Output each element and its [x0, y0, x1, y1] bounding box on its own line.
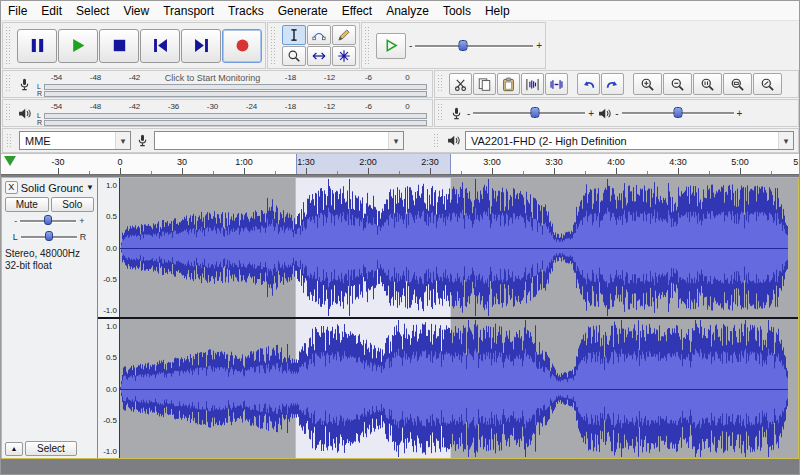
zoom-toggle-button[interactable] — [753, 73, 782, 95]
toolbar-grip[interactable] — [438, 104, 443, 122]
mute-button[interactable]: Mute — [5, 197, 49, 212]
undo-button[interactable] — [577, 73, 600, 95]
paste-button[interactable] — [497, 73, 520, 95]
draw-tool-button[interactable] — [332, 25, 356, 45]
menu-analyze[interactable]: Analyze — [379, 1, 436, 20]
pan-right-label: R — [80, 232, 87, 242]
redo-button[interactable] — [601, 73, 624, 95]
track-name[interactable]: Solid Ground — [21, 182, 83, 194]
vertical-ruler-right[interactable]: 1.00.50.0-0.5-1.0 — [98, 319, 120, 458]
close-track-button[interactable]: X — [5, 181, 18, 194]
collapse-track-button[interactable]: ▲ — [5, 442, 23, 456]
menu-transport[interactable]: Transport — [156, 1, 221, 20]
playback-volume-slider[interactable] — [622, 106, 734, 120]
menu-file[interactable]: File — [1, 1, 34, 20]
select-button[interactable]: Select — [25, 441, 77, 456]
chevron-down-icon: ▾ — [115, 132, 130, 149]
cut-button[interactable] — [449, 73, 472, 95]
zoom-out-icon — [670, 77, 685, 92]
gain-slider-row: - + — [5, 214, 94, 228]
record-button[interactable] — [222, 29, 262, 63]
playback-meter-toolbar[interactable]: -54-48-42-36-30-24-18-12-60 LR — [2, 99, 433, 127]
zoom-to-selection-button[interactable] — [693, 73, 722, 95]
menu-tracks[interactable]: Tracks — [221, 1, 271, 20]
channel-right: 1.00.50.0-0.5-1.0 — [98, 319, 798, 458]
toolbar-grip[interactable] — [6, 104, 11, 122]
menu-help[interactable]: Help — [478, 1, 517, 20]
microphone-icon — [135, 133, 150, 148]
meter-channel-label: R — [37, 91, 42, 97]
slider-thumb[interactable] — [45, 231, 53, 241]
silence-audio-button[interactable] — [545, 73, 568, 95]
envelope-tool-button[interactable] — [307, 25, 331, 45]
toolbar-grip[interactable] — [365, 27, 370, 64]
skip-to-start-button[interactable] — [140, 29, 180, 63]
track-area[interactable]: X Solid Ground ▼ Mute Solo - + — [1, 175, 799, 474]
transport-toolbar — [2, 22, 266, 69]
zoom-in-button[interactable] — [633, 73, 662, 95]
slider-thumb[interactable] — [44, 215, 52, 225]
waveform-left[interactable] — [120, 178, 798, 317]
playback-device-combo[interactable]: VA2201-FHD (2- High Definition ▾ — [465, 131, 794, 150]
waveform-right[interactable] — [120, 319, 798, 458]
trim-audio-button[interactable] — [521, 73, 544, 95]
recording-volume-slider[interactable] — [473, 106, 585, 120]
menu-tools[interactable]: Tools — [436, 1, 478, 20]
copy-button[interactable] — [473, 73, 496, 95]
toolbar-grip[interactable] — [6, 75, 11, 93]
vertical-ruler-left[interactable]: 1.00.50.0-0.5-1.0 — [98, 178, 120, 317]
skip-end-icon — [192, 36, 211, 55]
slider-min-label: - — [467, 108, 470, 119]
toolbar-grip[interactable] — [271, 27, 276, 64]
pause-button[interactable] — [17, 29, 57, 63]
ruler-tick-minor — [461, 171, 462, 174]
audio-host-combo[interactable]: MME ▾ — [19, 131, 131, 150]
track-bitdepth-info: 32-bit float — [5, 260, 94, 272]
gain-max-label: + — [79, 216, 84, 226]
pan-slider[interactable] — [21, 231, 77, 243]
timeline-ruler[interactable]: -300301:001:302:002:303:003:304:004:305:… — [1, 153, 799, 175]
stop-button[interactable] — [99, 29, 139, 63]
ruler-label: 5:00 — [731, 157, 749, 167]
time-shift-tool-button[interactable] — [307, 46, 331, 66]
zoom-tool-button[interactable] — [282, 46, 306, 66]
slider-thumb[interactable] — [530, 107, 539, 118]
menu-view[interactable]: View — [116, 1, 156, 20]
timeshift-icon — [312, 49, 326, 63]
recording-device-combo[interactable]: ▾ — [154, 131, 404, 150]
recording-meter-toolbar[interactable]: -54-48-42Click to Start Monitoring-18-12… — [2, 70, 433, 98]
play-button[interactable] — [58, 29, 98, 63]
slider-thumb[interactable] — [673, 107, 682, 118]
toolbar-grip[interactable] — [434, 134, 439, 147]
slider-thumb[interactable] — [458, 40, 467, 51]
gain-slider[interactable] — [20, 215, 76, 227]
ruler-tick-minor — [585, 171, 586, 174]
menu-generate[interactable]: Generate — [271, 1, 335, 20]
play-at-speed-button[interactable] — [376, 33, 406, 59]
slider-min-label: - — [409, 40, 412, 51]
fit-project-button[interactable] — [723, 73, 752, 95]
ruler-tick-minor — [709, 171, 710, 174]
menu-edit[interactable]: Edit — [34, 1, 69, 20]
toolbar-grip[interactable] — [438, 75, 443, 93]
zoom-fit-icon — [730, 77, 745, 92]
toolbar-row-2: -54-48-42Click to Start Monitoring-18-12… — [1, 69, 799, 127]
vertical-scale-label: 1.0 — [106, 321, 117, 330]
menu-effect[interactable]: Effect — [335, 1, 379, 20]
solo-button[interactable]: Solo — [51, 197, 95, 212]
playhead-triangle-icon[interactable] — [4, 156, 16, 166]
play-speed-slider[interactable] — [415, 39, 533, 53]
zoom-out-button[interactable] — [663, 73, 692, 95]
audacity-window: FileEditSelectViewTransportTracksGenerat… — [0, 0, 800, 475]
toolbar-grip[interactable] — [6, 27, 11, 64]
meter-bar — [44, 84, 427, 90]
selection-tool-button[interactable] — [282, 25, 306, 45]
multi-tool-button[interactable] — [332, 46, 356, 66]
monitoring-text[interactable]: Click to Start Monitoring — [154, 73, 271, 83]
slider-max-label: + — [588, 108, 594, 119]
toolbar-grip[interactable] — [7, 134, 12, 147]
skip-to-end-button[interactable] — [181, 29, 221, 63]
meter-scale-tick: -48 — [76, 73, 115, 83]
track-menu-icon[interactable]: ▼ — [86, 183, 94, 192]
menu-select[interactable]: Select — [69, 1, 116, 20]
